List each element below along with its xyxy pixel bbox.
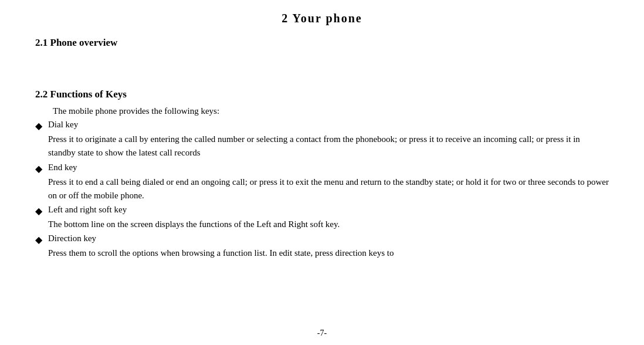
bullet-description-direction: Press them to scroll the options when br… — [48, 246, 609, 260]
bullet-label-dial: Dial key — [48, 120, 78, 130]
section-2-1: 2.1 Phone overview — [35, 37, 609, 65]
list-item: ◆ Direction key — [35, 234, 609, 245]
section-2-2: 2.2 Functions of Keys The mobile phone p… — [35, 89, 609, 261]
bullet-description-dial: Press it to originate a call by entering… — [48, 133, 609, 160]
bullet-diamond-icon: ◆ — [35, 163, 48, 174]
list-item: ◆ Left and right soft key — [35, 205, 609, 217]
section-intro: The mobile phone provides the following … — [53, 106, 609, 116]
bullet-description-softkey: The bottom line on the screen displays t… — [48, 218, 609, 231]
page-number: -7- — [317, 329, 327, 338]
section-2-2-heading: 2.2 Functions of Keys — [35, 89, 609, 100]
page-title: 2 Your phone — [35, 12, 609, 25]
bullet-diamond-icon: ◆ — [35, 205, 48, 217]
bullet-label-softkey: Left and right soft key — [48, 205, 127, 215]
bullet-label-direction: Direction key — [48, 234, 96, 243]
bullet-description-end: Press it to end a call being dialed or e… — [48, 175, 609, 203]
list-item: ◆ Dial key — [35, 120, 609, 131]
bullet-diamond-icon: ◆ — [35, 234, 48, 245]
bullet-label-end: End key — [48, 163, 77, 172]
list-item: ◆ End key — [35, 163, 609, 174]
bullet-diamond-icon: ◆ — [35, 120, 48, 131]
section-2-1-heading: 2.1 Phone overview — [35, 37, 609, 49]
page-container: 2 Your phone 2.1 Phone overview 2.2 Func… — [0, 0, 644, 345]
